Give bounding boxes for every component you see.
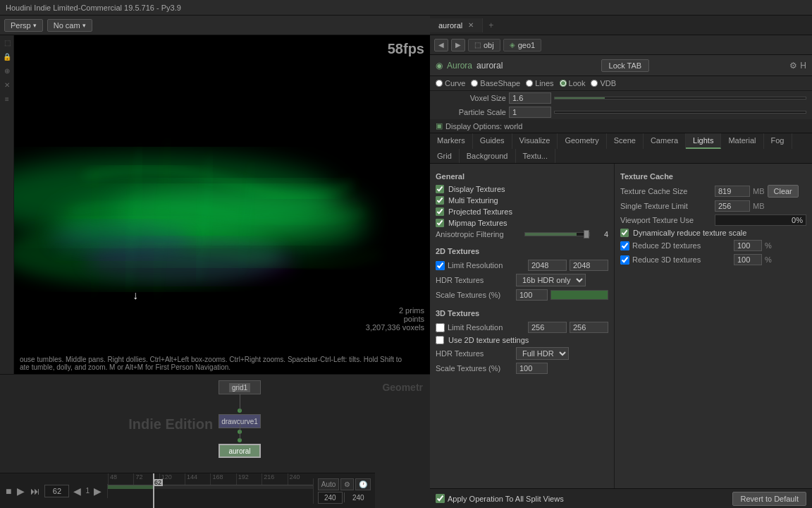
node-auroral[interactable]: auroral (219, 438, 261, 458)
tab-camera[interactable]: Camera (644, 133, 686, 149)
tab-auroral[interactable]: auroral ✕ (430, 18, 483, 32)
lock-tab-button[interactable]: Lock TAB (601, 59, 650, 72)
skip-fwd-button[interactable]: ⏭ (29, 484, 42, 498)
stop-button[interactable]: ■ (4, 484, 13, 498)
sidebar-target-icon[interactable]: ⊕ (0, 64, 14, 78)
sidebar-x-icon[interactable]: ✕ (0, 78, 14, 92)
clear-button[interactable]: Clear (768, 185, 799, 198)
reduce-2d-checkbox[interactable] (620, 241, 629, 250)
tab-visualize[interactable]: Visualize (512, 133, 558, 149)
gear-icon[interactable]: ⚙ (789, 61, 797, 71)
cache-size-input[interactable] (715, 186, 750, 197)
node-box-grid1[interactable]: grid1 (219, 380, 261, 394)
reduce-3d-input[interactable] (734, 254, 762, 265)
3d-res-input[interactable] (528, 322, 567, 333)
dynamically-reduce-label: Dynamically reduce texture scale (633, 229, 746, 237)
single-limit-input[interactable] (715, 200, 750, 212)
end-frame-input[interactable] (318, 492, 343, 504)
bottom-section: Indie Edition grid1 drawcurve1 (0, 374, 430, 508)
clock-button[interactable]: 🕐 (355, 478, 371, 490)
radio-look[interactable]: Look (560, 79, 586, 87)
viewport-canvas[interactable]: ↓ 58fps 2 prims points 3,207,336 voxels … (14, 35, 430, 374)
radio-vdb-input[interactable] (591, 80, 598, 87)
anisotropic-slider[interactable] (524, 232, 590, 236)
sidebar-extra-icon[interactable]: ≡ (0, 92, 14, 106)
decrease-fps-button[interactable]: ◀ (72, 484, 82, 498)
radio-curve[interactable]: Curve (436, 79, 465, 87)
tab-textu[interactable]: Textu... (516, 149, 555, 163)
radio-curve-input[interactable] (436, 80, 443, 87)
sidebar-view-icon[interactable]: ⬚ (0, 35, 14, 49)
timeline-ruler[interactable]: 48 72 120 144 168 192 216 240 (108, 473, 313, 508)
tab-markers[interactable]: Markers (430, 133, 473, 149)
tab-lights[interactable]: Lights (686, 133, 721, 149)
tab-grid[interactable]: Grid (430, 149, 460, 163)
help-icon[interactable]: H (800, 61, 806, 71)
tab-fog[interactable]: Fog (764, 133, 792, 149)
3d-scale-input[interactable] (516, 363, 548, 374)
display-textures-checkbox[interactable] (436, 185, 444, 193)
sidebar-lock-icon[interactable]: 🔒 (0, 49, 14, 64)
radio-lines-input[interactable] (526, 80, 533, 87)
nav-forward-button[interactable]: ▶ (451, 39, 465, 52)
radio-lines[interactable]: Lines (526, 79, 553, 87)
radio-look-input[interactable] (560, 80, 567, 87)
use-2d-settings-checkbox[interactable] (436, 336, 444, 344)
multi-texturing-checkbox[interactable] (436, 196, 444, 205)
apply-operation-checkbox[interactable] (436, 494, 445, 503)
voxel-size-label: Voxel Size (436, 94, 506, 102)
dynamically-reduce-checkbox[interactable] (620, 229, 629, 237)
radio-curve-label: Curve (445, 79, 465, 87)
projected-textures-checkbox[interactable] (436, 207, 444, 216)
voxel-size-input[interactable] (509, 92, 551, 104)
node-grid1[interactable]: grid1 (219, 380, 261, 394)
reduce-3d-checkbox[interactable] (620, 255, 629, 265)
settings-button[interactable]: ⚙ (340, 478, 354, 490)
reduce-2d-input[interactable] (734, 240, 762, 251)
apply-operation-row[interactable]: Apply Operation To All Split Views (436, 494, 564, 503)
tab-add-button[interactable]: + (483, 18, 499, 33)
3d-hdr-select[interactable]: Full HDR (516, 347, 569, 360)
particle-scale-input[interactable] (509, 107, 551, 118)
tab-material[interactable]: Material (721, 133, 763, 149)
radio-baseshape[interactable]: BaseShape (471, 79, 520, 87)
voxel-slider[interactable] (554, 97, 806, 99)
2d-textures-title: 2D Textures (430, 244, 614, 258)
connector-1 (240, 394, 240, 411)
tab-scene[interactable]: Scene (607, 133, 644, 149)
anisotropic-thumb[interactable] (584, 230, 589, 238)
nav-geo-item[interactable]: ◈ geo1 (503, 39, 541, 52)
2d-res-y-input[interactable] (570, 260, 608, 271)
mipmap-textures-checkbox[interactable] (436, 219, 444, 227)
radio-baseshape-input[interactable] (471, 80, 478, 87)
frame-input[interactable]: 62 (44, 485, 69, 497)
2d-hdr-select[interactable]: 16b HDR only (516, 274, 586, 286)
texture-cache-section: Texture Cache Texture Cache Size MB Clea… (615, 164, 812, 488)
nav-obj-item[interactable]: ⬚ obj (468, 39, 500, 52)
tab-close-icon[interactable]: ✕ (468, 21, 474, 29)
2d-res-x-input[interactable] (528, 260, 567, 271)
auto-button[interactable]: Auto (318, 478, 340, 490)
tab-guides[interactable]: Guides (473, 133, 512, 149)
persp-button[interactable]: Persp (4, 19, 43, 32)
particle-slider[interactable] (554, 111, 806, 114)
radio-vdb[interactable]: VDB (591, 79, 616, 87)
2d-scale-slider[interactable] (550, 290, 608, 300)
tab-background[interactable]: Background (460, 149, 516, 163)
3d-limit-checkbox[interactable] (436, 323, 445, 332)
revert-to-default-button[interactable]: Revert to Default (732, 492, 806, 506)
3d-res2-input[interactable] (570, 322, 608, 333)
3d-scale-row: Scale Textures (%) (430, 361, 614, 375)
increase-fps-button[interactable]: ▶ (92, 484, 103, 498)
cam-button[interactable]: No cam (47, 19, 92, 32)
node-box-auroral[interactable]: auroral (219, 444, 261, 458)
play-button[interactable]: ▶ (16, 484, 26, 498)
2d-scale-input[interactable] (516, 289, 548, 301)
tab-geometry[interactable]: Geometry (558, 133, 606, 149)
nav-back-button[interactable]: ◀ (434, 39, 448, 52)
mipmap-textures-row: Mipmap Textures (430, 217, 614, 229)
frame-marker: 62 (153, 479, 163, 486)
3d-hdr-label: HDR Textures (436, 349, 513, 358)
2d-limit-checkbox[interactable] (436, 261, 445, 270)
viewport-use-label: Viewport Texture Use (620, 216, 712, 224)
